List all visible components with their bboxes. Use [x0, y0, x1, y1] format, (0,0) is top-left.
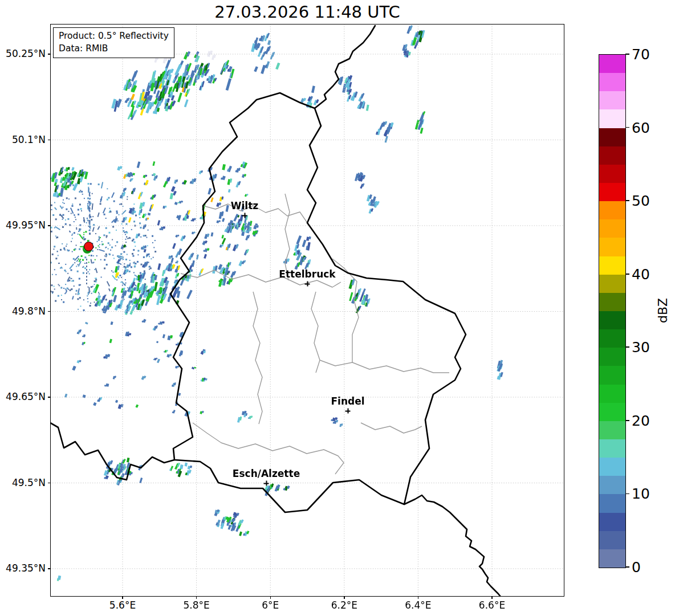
colorbar-segment: [599, 329, 625, 348]
colorbar-segment: [599, 73, 625, 91]
colorbar-tick-label: 20: [632, 414, 650, 428]
x-tick-label: 5.8°E: [171, 599, 222, 611]
x-tick-mark: [122, 597, 123, 599]
colorbar-segment: [599, 439, 625, 458]
france-germany-border: [404, 495, 501, 597]
product-info-box: Product: 0.5° Reflectivity Data: RMIB: [53, 27, 174, 58]
city-marker-findel: [345, 409, 351, 414]
city-marker-esch-alzette: [264, 481, 269, 486]
colorbar-tick-mark: [625, 200, 629, 201]
country-borders: [50, 26, 501, 597]
y-tick-label: 50.1°N: [0, 134, 46, 145]
y-tick-label: 49.8°N: [0, 305, 46, 317]
colorbar-tick-mark: [625, 127, 629, 128]
y-tick-mark: [48, 54, 50, 54]
x-tick-label: 6.4°E: [392, 599, 444, 611]
colorbar-segment: [599, 348, 625, 366]
colorbar-segment: [599, 219, 625, 238]
y-tick-mark: [48, 483, 50, 483]
colorbar-tick-mark: [625, 420, 629, 421]
colorbar-tick-mark: [625, 54, 629, 55]
colorbar-segment: [599, 494, 625, 512]
colorbar-tick-label: 30: [632, 340, 650, 354]
map-borders-layer: [50, 24, 564, 597]
city-label-findel: Findel: [331, 395, 364, 407]
colorbar-tick-label: 50: [632, 194, 650, 208]
product-info-line: Product: 0.5° Reflectivity: [59, 30, 169, 43]
colorbar-tick-label: 0: [632, 560, 641, 574]
y-tick-label: 49.65°N: [0, 391, 46, 402]
colorbar-tick-mark: [625, 274, 629, 275]
y-tick-mark: [48, 568, 50, 569]
radar-figure: 27.03.2026 11:48 UTC Product: 0.5° Refle…: [0, 0, 675, 616]
x-tick-mark: [270, 597, 271, 599]
colorbar-segment: [599, 128, 625, 146]
colorbar-tick-label: 10: [632, 487, 650, 501]
y-tick-mark: [48, 397, 50, 397]
y-tick-label: 49.35°N: [0, 562, 46, 574]
x-tick-mark: [344, 597, 344, 599]
colorbar-segment: [599, 311, 625, 329]
y-tick-mark: [48, 140, 50, 140]
y-tick-mark: [48, 311, 50, 312]
district-borders: [181, 194, 449, 474]
colorbar-segment: [599, 421, 625, 439]
belgium-germany-border: [315, 26, 375, 108]
colorbar-segment: [599, 183, 625, 201]
city-label-ettelbruck: Ettelbruck: [279, 268, 335, 280]
y-tick-mark: [48, 225, 50, 226]
x-tick-label: 6.6°E: [466, 599, 518, 611]
y-tick-label: 49.5°N: [0, 477, 46, 488]
y-tick-label: 50.25°N: [0, 48, 46, 59]
colorbar-segment: [599, 109, 625, 128]
luxembourg-border: [170, 93, 466, 512]
colorbar-segment: [599, 549, 625, 568]
city-label-wiltz: Wiltz: [231, 200, 258, 211]
city-marker-wiltz: [242, 213, 247, 218]
data-source-line: Data: RMIB: [59, 43, 169, 55]
colorbar-segment: [599, 238, 625, 256]
x-tick-label: 5.6°E: [97, 599, 148, 611]
x-tick-label: 6.2°E: [319, 599, 370, 611]
colorbar-segment: [599, 55, 625, 73]
colorbar-segment: [599, 513, 625, 531]
colorbar-segment: [599, 293, 625, 311]
figure-title: 27.03.2026 11:48 UTC: [50, 2, 564, 22]
colorbar-tick-label: 60: [632, 121, 650, 135]
colorbar-tick-mark: [625, 346, 629, 348]
colorbar-segment: [599, 531, 625, 549]
y-tick-label: 49.95°N: [0, 219, 46, 231]
colorbar-segment: [599, 458, 625, 476]
colorbar-segment: [599, 146, 625, 165]
x-tick-label: 6°E: [245, 599, 296, 611]
colorbar-segment: [599, 476, 625, 494]
colorbar-tick-label: 40: [632, 267, 650, 282]
colorbar-segment: [599, 256, 625, 275]
x-tick-mark: [196, 597, 197, 599]
city-label-esch-alzette: Esch/Alzette: [233, 468, 300, 479]
colorbar-segment: [599, 366, 625, 384]
colorbar-segment: [599, 385, 625, 403]
radar-site-marker: [84, 242, 93, 251]
colorbar-unit-label: dBZ: [654, 291, 672, 331]
colorbar-segment: [599, 201, 625, 219]
reflectivity-colorbar: [599, 54, 626, 568]
colorbar-segment: [599, 165, 625, 183]
x-tick-mark: [491, 597, 492, 599]
colorbar-tick-label: 70: [632, 47, 650, 62]
colorbar-segment: [599, 403, 625, 421]
colorbar-tick-mark: [625, 566, 629, 568]
france-belgium-border: [50, 423, 174, 480]
city-marker-ettelbruck: [305, 282, 310, 287]
x-tick-mark: [418, 597, 418, 599]
colorbar-tick-mark: [625, 493, 629, 495]
colorbar-segment: [599, 91, 625, 109]
colorbar-segment: [599, 275, 625, 293]
